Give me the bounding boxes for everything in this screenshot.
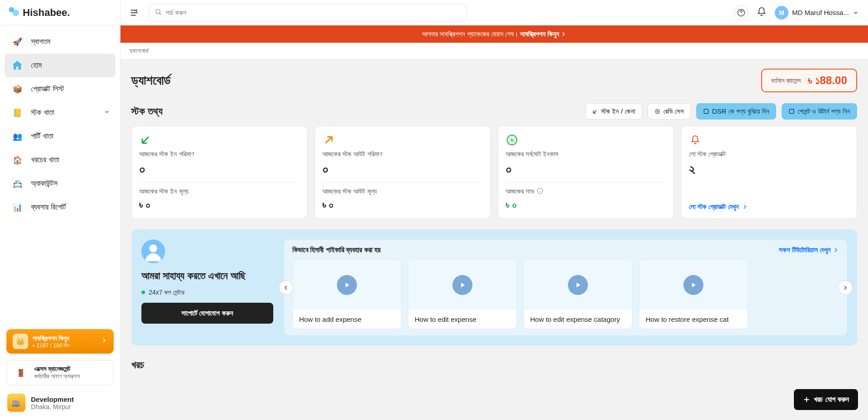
logo-icon	[7, 5, 20, 20]
play-icon	[683, 275, 703, 295]
svg-rect-7	[704, 109, 708, 113]
info-icon[interactable]	[537, 188, 543, 195]
access-mgmt-card[interactable]: 🚪 এক্সেস ম্যানেজমেন্ট কর্মচারীর অ্যাপ অ্…	[6, 360, 114, 385]
svg-rect-8	[790, 109, 794, 113]
logo[interactable]: Hishabee.	[7, 5, 70, 20]
add-expense-fab[interactable]: খরচ যোগ করুন	[794, 389, 858, 410]
nav-expense[interactable]: 🏠 খরচের খাতা	[5, 148, 115, 172]
expense-heading: খরচ	[131, 359, 144, 371]
alert-cta[interactable]: সাবস্ক্রিপশন কিনুন	[520, 30, 567, 38]
store-icon: 🏬	[7, 394, 25, 412]
stock-in-card: আজকের স্টক ইন পরিমাণ ০ আজকের স্টক ইন মূল…	[131, 126, 307, 219]
main: M MD Maruf Hossa... আপনার সাবস্ক্রিপশন প…	[120, 0, 868, 420]
content: ড্যাশবোর্ড বর্তমান ব্যালেন্স ৳ ১88.00 স্…	[120, 60, 868, 420]
user-menu[interactable]: M MD Maruf Hossa...	[775, 6, 859, 20]
org-switcher[interactable]: 🏬 Development Dhaka, Mirpur	[6, 392, 114, 414]
box-icon: 📦	[10, 82, 25, 96]
topbar: M MD Maruf Hossa...	[120, 0, 868, 25]
low-stock-card: লো স্টক প্রোডাক্ট ২ লো স্টক প্রোডাক্ট দে…	[681, 126, 857, 219]
stock-heading: স্টক তথ্য	[131, 105, 163, 117]
user-name: MD Maruf Hossa...	[792, 9, 849, 16]
access-title: এক্সেস ম্যানেজমেন্ট	[34, 365, 80, 373]
sidebar-bottom: 👑 সাবস্ক্রিপশন কিনুন ৳ 1197 / 100 দিন 🚪 …	[0, 325, 120, 420]
subscription-card[interactable]: 👑 সাবস্ক্রিপশন কিনুন ৳ 1197 / 100 দিন	[6, 329, 114, 354]
report-icon: 📊	[10, 200, 25, 215]
nav-label: স্টক খাতা	[31, 108, 54, 117]
avatar: M	[775, 6, 788, 20]
logo-bar: Hishabee.	[0, 0, 120, 25]
bell-icon[interactable]	[757, 7, 767, 19]
svg-point-13	[149, 245, 157, 252]
stock-icon: 📒	[10, 105, 25, 120]
ready-sale-button[interactable]: রেডি সেল	[647, 103, 691, 120]
nav-accounts[interactable]: 📇 অ্যাকাউন্টস	[5, 172, 115, 195]
all-tutorials-link[interactable]: সকল টিউটোরিয়াল দেখুন	[779, 246, 839, 254]
svg-point-6	[657, 110, 658, 112]
help-panel: আমরা সাহায্য করতে এখানে আছি 24x7 কল সেন্…	[131, 230, 857, 345]
svg-text:৳: ৳	[511, 136, 513, 143]
nav-product-list[interactable]: 📦 প্রোডাক্ট লিস্ট	[5, 77, 115, 101]
org-name: Development	[31, 395, 74, 403]
svg-point-4	[741, 14, 742, 15]
home-icon	[10, 58, 25, 73]
rocket-icon: 🚀	[10, 35, 25, 49]
payment-return-button[interactable]: পেমেন্ট ও রিটার্ন পণ্য নিন	[782, 103, 857, 120]
tutorial-card[interactable]: How to edit expense	[408, 260, 517, 329]
nav-stock[interactable]: 📒 স্টক খাতা	[5, 101, 115, 125]
income-card: ৳ আজকের সর্বমোট ইনকাম ০ আজকের লাভ ৳ ০	[498, 126, 674, 219]
alert-text: আপনার সাবস্ক্রিপশন প্যাকেজের মেয়াদ শেষ।	[422, 30, 519, 38]
people-icon: 👥	[10, 129, 25, 144]
help-icon[interactable]	[734, 5, 748, 20]
tutorial-card[interactable]: How to add expense	[292, 260, 401, 329]
money-out-icon: 🏠	[10, 153, 25, 167]
tutorials-carousel: How to add expense How to edit expense H…	[292, 260, 839, 329]
balance-value: ৳ ১88.00	[808, 74, 847, 87]
chevron-down-icon	[853, 10, 859, 16]
play-icon	[337, 275, 357, 295]
brand-text: Hishabee.	[23, 7, 70, 19]
search-input[interactable]	[166, 9, 461, 16]
nav-home[interactable]: হোম	[5, 54, 115, 77]
play-icon	[568, 275, 588, 295]
subscription-alert[interactable]: আপনার সাবস্ক্রিপশন প্যাকেজের মেয়াদ শেষ।…	[120, 25, 868, 43]
carousel-prev[interactable]	[279, 280, 293, 295]
chevron-down-icon	[104, 108, 110, 117]
play-icon	[452, 275, 472, 295]
low-stock-link[interactable]: লো স্টক প্রোডাক্ট দেখুন	[689, 203, 849, 211]
nav-label: হোম	[31, 61, 42, 70]
search-box[interactable]	[149, 4, 467, 22]
tutorial-card[interactable]: How to restore expense cat	[639, 260, 748, 329]
alert-bell-icon	[689, 134, 702, 146]
arrow-up-right-icon	[322, 134, 335, 146]
balance-badge: বর্তমান ব্যালেন্স ৳ ১88.00	[761, 69, 857, 92]
org-loc: Dhaka, Mirpur	[31, 403, 74, 410]
breadcrumb: ড্যাশবোর্ড	[120, 43, 868, 60]
tutorials-panel: কিভাবে হিসাবী পাইকারি ব্যবহার করা হয় সক…	[284, 240, 847, 335]
tutorial-card[interactable]: How to edit expense catagory	[523, 260, 632, 329]
search-icon	[155, 8, 162, 17]
door-icon: 🚪	[13, 365, 29, 380]
nav-report[interactable]: 📊 ব্যবসার রিপোর্ট	[5, 195, 115, 219]
sidebar: Hishabee. 🚀 স্বাগতম হোম 📦 প্রোডাক্ট লিস্…	[0, 0, 120, 420]
sidebar-toggle[interactable]	[126, 5, 142, 21]
nav-party[interactable]: 👥 পার্টি খাতা	[5, 125, 115, 148]
carousel-next[interactable]	[838, 280, 853, 295]
contact-support-button[interactable]: সাপোর্টে যোগাযোগ করুন	[141, 303, 273, 324]
sub-title: সাবস্ক্রিপশন কিনুন	[33, 335, 96, 342]
nav-label: অ্যাকাউন্টস	[31, 179, 58, 188]
nav-label: খরচের খাতা	[31, 155, 59, 165]
crown-icon: 👑	[13, 334, 28, 349]
nav-label: ব্যবসার রিপোর্ট	[31, 203, 66, 212]
svg-point-5	[655, 109, 659, 113]
nav-label: স্বাগতম	[31, 37, 50, 46]
dsr-button[interactable]: DSR কে পণ্য বুঝিয়ে দিন	[696, 103, 776, 120]
nav-welcome[interactable]: 🚀 স্বাগতম	[5, 30, 115, 54]
arrow-right-icon	[101, 337, 107, 345]
stock-cards: আজকের স্টক ইন পরিমাণ ০ আজকের স্টক ইন মূল…	[131, 126, 857, 219]
support-avatar	[141, 240, 165, 263]
help-title: আমরা সাহায্য করতে এখানে আছি	[141, 270, 273, 282]
stock-in-button[interactable]: স্টক ইন / কেনা	[585, 103, 642, 120]
svg-point-2	[156, 9, 160, 13]
status-dot-icon	[141, 290, 145, 294]
balance-label: বর্তমান ব্যালেন্স	[771, 77, 801, 85]
